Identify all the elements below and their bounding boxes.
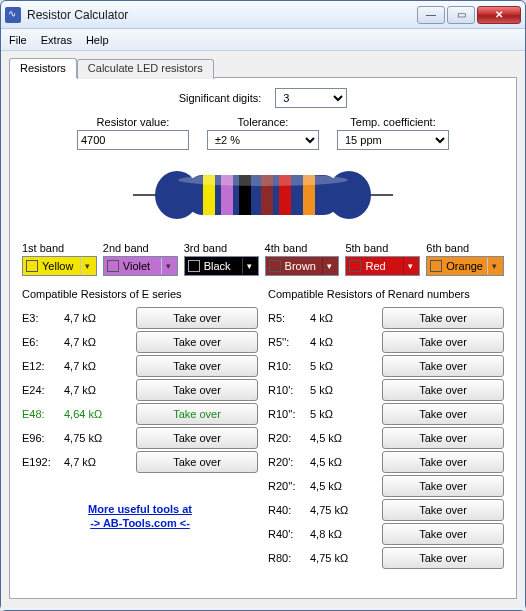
band2-swatch <box>107 260 119 272</box>
window-controls: — ▭ ✕ <box>417 6 521 24</box>
band5-color-name: Red <box>365 260 399 272</box>
band4-col: 4th band Brown ▾ <box>265 242 340 276</box>
tolerance-label: Tolerance: <box>238 116 289 128</box>
series-value: 4,75 kΩ <box>310 504 382 516</box>
menu-extras[interactable]: Extras <box>41 34 72 46</box>
renard-column: Compatible Resistors of Renard numbers R… <box>268 288 504 570</box>
band3-swatch <box>188 260 200 272</box>
renard-row: R80:4,75 kΩTake over <box>268 546 504 570</box>
tab-panel-resistors: Significant digits: 3 Resistor value: To… <box>9 77 517 599</box>
series-value: 4 kΩ <box>310 336 382 348</box>
take-over-button[interactable]: Take over <box>136 451 258 473</box>
series-label: R80: <box>268 552 310 564</box>
take-over-button[interactable]: Take over <box>382 379 504 401</box>
resistor-svg <box>133 160 393 230</box>
minimize-button[interactable]: — <box>417 6 445 24</box>
significant-digits-select[interactable]: 3 <box>275 88 347 108</box>
band6-label: 6th band <box>426 242 504 254</box>
renard-row: R20':4,5 kΩTake over <box>268 450 504 474</box>
eseries-row: E48:4,64 kΩTake over <box>22 402 258 426</box>
band1-swatch <box>26 260 38 272</box>
eseries-column: Compatible Resistors of E series E3:4,7 … <box>22 288 258 570</box>
renard-row: R5:4 kΩTake over <box>268 306 504 330</box>
resistor-image <box>22 160 504 230</box>
significant-digits-label: Significant digits: <box>179 92 262 104</box>
chevron-down-icon: ▾ <box>487 258 501 274</box>
footer-link[interactable]: More useful tools at -> AB-Tools.com <- <box>22 502 258 531</box>
tolerance-select[interactable]: ±2 % <box>207 130 319 150</box>
series-value: 4,75 kΩ <box>310 552 382 564</box>
series-label: R5'': <box>268 336 310 348</box>
series-label: R40: <box>268 504 310 516</box>
temp-coeff-select[interactable]: 15 ppm <box>337 130 449 150</box>
take-over-button[interactable]: Take over <box>136 403 258 425</box>
renard-row: R40':4,8 kΩTake over <box>268 522 504 546</box>
band1-col: 1st band Yellow ▾ <box>22 242 97 276</box>
maximize-button[interactable]: ▭ <box>447 6 475 24</box>
renard-row: R20:4,5 kΩTake over <box>268 426 504 450</box>
band5-col: 5th band Red ▾ <box>345 242 420 276</box>
band4-label: 4th band <box>265 242 340 254</box>
band5-select[interactable]: Red ▾ <box>345 256 420 276</box>
take-over-button[interactable]: Take over <box>136 307 258 329</box>
series-label: E24: <box>22 384 64 396</box>
take-over-button[interactable]: Take over <box>136 331 258 353</box>
bands-row: 1st band Yellow ▾ 2nd band Violet ▾ <box>22 242 504 276</box>
eseries-row: E12:4,7 kΩTake over <box>22 354 258 378</box>
titlebar: Resistor Calculator — ▭ ✕ <box>1 1 525 29</box>
tab-resistors[interactable]: Resistors <box>9 58 77 78</box>
chevron-down-icon: ▾ <box>242 258 256 274</box>
take-over-button[interactable]: Take over <box>382 331 504 353</box>
band3-select[interactable]: Black ▾ <box>184 256 259 276</box>
close-button[interactable]: ✕ <box>477 6 521 24</box>
series-value: 4,5 kΩ <box>310 432 382 444</box>
series-label: R20'': <box>268 480 310 492</box>
app-window: Resistor Calculator — ▭ ✕ File Extras He… <box>0 0 526 611</box>
renard-title: Compatible Resistors of Renard numbers <box>268 288 504 300</box>
series-value: 4,7 kΩ <box>64 384 136 396</box>
menu-file[interactable]: File <box>9 34 27 46</box>
renard-row: R10':5 kΩTake over <box>268 378 504 402</box>
take-over-button[interactable]: Take over <box>382 547 504 569</box>
band5-label: 5th band <box>345 242 420 254</box>
take-over-button[interactable]: Take over <box>136 427 258 449</box>
menu-help[interactable]: Help <box>86 34 109 46</box>
take-over-button[interactable]: Take over <box>136 355 258 377</box>
significant-digits-row: Significant digits: 3 <box>22 88 504 108</box>
take-over-button[interactable]: Take over <box>382 427 504 449</box>
renard-body: R5:4 kΩTake overR5'':4 kΩTake overR10:5 … <box>268 306 504 570</box>
tab-row: Resistors Calculate LED resistors <box>9 57 517 77</box>
menubar: File Extras Help <box>1 29 525 51</box>
band2-label: 2nd band <box>103 242 178 254</box>
series-value: 4,8 kΩ <box>310 528 382 540</box>
series-label: R40': <box>268 528 310 540</box>
take-over-button[interactable]: Take over <box>382 355 504 377</box>
renard-row: R40:4,75 kΩTake over <box>268 498 504 522</box>
temp-coeff-group: Temp. coefficient: 15 ppm <box>337 116 449 150</box>
band6-col: 6th band Orange ▾ <box>426 242 504 276</box>
take-over-button[interactable]: Take over <box>382 475 504 497</box>
take-over-button[interactable]: Take over <box>382 403 504 425</box>
take-over-button[interactable]: Take over <box>136 379 258 401</box>
series-label: E3: <box>22 312 64 324</box>
series-value: 4,7 kΩ <box>64 456 136 468</box>
tab-led[interactable]: Calculate LED resistors <box>77 59 214 79</box>
band4-select[interactable]: Brown ▾ <box>265 256 340 276</box>
band1-select[interactable]: Yellow ▾ <box>22 256 97 276</box>
chevron-down-icon: ▾ <box>161 258 175 274</box>
take-over-button[interactable]: Take over <box>382 523 504 545</box>
series-value: 4,5 kΩ <box>310 480 382 492</box>
band6-select[interactable]: Orange ▾ <box>426 256 504 276</box>
resistor-value-input[interactable] <box>77 130 189 150</box>
series-label: R10: <box>268 360 310 372</box>
band2-select[interactable]: Violet ▾ <box>103 256 178 276</box>
series-value: 4,5 kΩ <box>310 456 382 468</box>
band1-label: 1st band <box>22 242 97 254</box>
take-over-button[interactable]: Take over <box>382 451 504 473</box>
window-title: Resistor Calculator <box>27 8 417 22</box>
take-over-button[interactable]: Take over <box>382 499 504 521</box>
series-label: R20: <box>268 432 310 444</box>
renard-row: R20'':4,5 kΩTake over <box>268 474 504 498</box>
take-over-button[interactable]: Take over <box>382 307 504 329</box>
tolerance-group: Tolerance: ±2 % <box>207 116 319 150</box>
